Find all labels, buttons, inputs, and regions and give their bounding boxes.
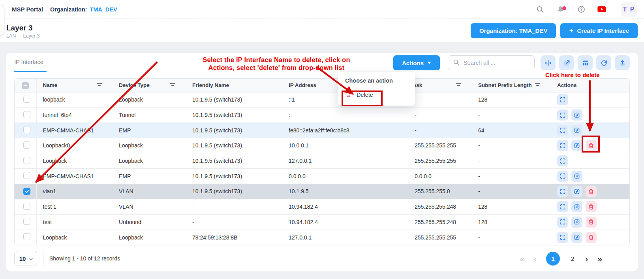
- cell-subnet-prefix-length: 128: [472, 199, 551, 215]
- edit-row-icon-button[interactable]: [571, 186, 582, 197]
- edit-row-icon-button[interactable]: [571, 171, 582, 182]
- search-input-icon: [453, 59, 460, 67]
- edit-row-icon-button[interactable]: [571, 140, 582, 151]
- prev-page-button[interactable]: ‹: [534, 254, 537, 263]
- row-checkbox[interactable]: [23, 203, 30, 210]
- expand-row-icon-button[interactable]: [557, 232, 568, 243]
- search-icon[interactable]: [536, 5, 544, 14]
- cell-name: Loopback: [36, 153, 113, 169]
- cell-device-type: Loopback: [113, 153, 186, 169]
- expand-row-icon-button[interactable]: [557, 94, 568, 105]
- user-avatar[interactable]: T P: [621, 2, 637, 17]
- breadcrumb-layer3: Layer 3: [23, 33, 40, 39]
- cell-subnet-mask: 255.255.255.248: [383, 215, 472, 230]
- cell-subnet-mask: 0.0.0.0: [383, 168, 472, 184]
- expand-row-icon-button[interactable]: [557, 201, 568, 212]
- next-page-button[interactable]: ›: [585, 254, 588, 263]
- cell-device-type: Unbound: [113, 215, 186, 230]
- row-checkbox[interactable]: [23, 96, 30, 103]
- trash-row-icon-button[interactable]: [586, 232, 597, 243]
- org-label: Organization:: [50, 6, 87, 13]
- app-brand: MSP Portal: [12, 6, 43, 13]
- cell-name: EMP-CMMA-CHAS1: [36, 123, 113, 138]
- row-checkbox[interactable]: [23, 111, 30, 118]
- trash-row-icon-button[interactable]: [586, 186, 597, 197]
- column-header-friendly-name: Friendly Name: [186, 79, 282, 92]
- edit-row-icon-button[interactable]: [571, 109, 582, 121]
- youtube-icon[interactable]: [597, 5, 606, 14]
- page-size-select[interactable]: 10: [14, 251, 37, 266]
- table-body: loopbackLoopback10.1.9.5 (switch173)::11…: [15, 92, 629, 245]
- edit-row-icon-button[interactable]: [571, 232, 582, 243]
- table-row: EMP-CMMA-CHAS1EMP10.1.9.5 (switch173)0.0…: [15, 168, 629, 184]
- actions-button[interactable]: Actions: [393, 55, 440, 70]
- cell-friendly-name: 10.1.9.5 (switch173): [186, 92, 282, 107]
- expand-row-icon-button[interactable]: [557, 217, 568, 228]
- cell-subnet-prefix-length: -: [472, 184, 551, 199]
- create-ip-interface-button[interactable]: + Create IP Interface: [560, 23, 638, 38]
- row-checkbox[interactable]: [23, 141, 30, 149]
- breadcrumb-lan[interactable]: LAN: [6, 33, 16, 39]
- cell-name: Loopback0: [36, 138, 113, 153]
- trash-row-icon-button[interactable]: [586, 140, 597, 151]
- cell-name: Loopback: [36, 230, 113, 245]
- tab-ip-interface[interactable]: IP Interface: [14, 59, 43, 65]
- edit-row-icon-button[interactable]: [571, 217, 582, 228]
- sidebar-toggle-handle[interactable]: [0, 5, 4, 36]
- column-label: Device Type: [119, 82, 150, 88]
- row-checkbox[interactable]: [23, 188, 30, 195]
- notifications-bell-icon[interactable]: [556, 5, 565, 14]
- notification-badge: [562, 6, 566, 10]
- first-page-button[interactable]: «: [520, 254, 524, 263]
- column-label: Actions: [557, 82, 577, 88]
- cell-subnet-prefix-length: -: [472, 153, 551, 169]
- filter-icon[interactable]: [456, 82, 462, 89]
- page-1-button[interactable]: 1: [546, 252, 560, 266]
- row-checkbox[interactable]: [23, 218, 30, 225]
- table-search[interactable]: [448, 55, 535, 70]
- organization-button[interactable]: Organization: TMA_DEV: [471, 23, 556, 38]
- expand-row-icon-button[interactable]: [557, 171, 568, 182]
- row-checkbox[interactable]: [23, 172, 30, 179]
- refresh-icon-button[interactable]: [596, 55, 611, 70]
- cell-friendly-name: 10.1.9.5 (switch173): [186, 123, 282, 138]
- trash-row-icon-button[interactable]: [586, 201, 597, 212]
- actions-dropdown-menu: Choose an action Delete: [338, 72, 415, 106]
- cell-device-type: Tunnel: [113, 107, 186, 123]
- help-icon[interactable]: ?: [577, 5, 586, 14]
- cell-device-type: EMP: [113, 123, 186, 138]
- page-2-button[interactable]: 2: [569, 255, 576, 262]
- pagination: « ‹ 1 2 › »: [520, 252, 602, 266]
- ip-interface-card: IP Interface Actions NameDevice TypeFrie…: [6, 53, 638, 271]
- expand-row-icon-button[interactable]: [557, 155, 568, 166]
- row-checkbox[interactable]: [23, 233, 30, 240]
- cell-subnet-prefix-length: 128: [472, 215, 551, 230]
- fit-columns-icon-button[interactable]: [541, 55, 556, 70]
- row-checkbox[interactable]: [23, 157, 30, 164]
- cell-subnet-prefix-length: -: [472, 138, 551, 153]
- columns-icon-button[interactable]: [578, 55, 593, 70]
- expand-row-icon-button[interactable]: [557, 109, 568, 121]
- open-external-icon-button[interactable]: [559, 55, 574, 70]
- search-input[interactable]: [463, 59, 529, 66]
- filter-icon[interactable]: [96, 82, 102, 89]
- dropdown-item-delete[interactable]: Delete: [338, 89, 415, 100]
- filter-icon[interactable]: [535, 82, 541, 89]
- expand-row-icon-button[interactable]: [557, 140, 568, 151]
- edit-row-icon-button[interactable]: [571, 201, 582, 212]
- last-page-button[interactable]: »: [597, 254, 602, 263]
- edit-row-icon-button[interactable]: [571, 125, 582, 136]
- org-value-link[interactable]: TMA_DEV: [90, 6, 117, 13]
- expand-row-icon-button[interactable]: [557, 186, 568, 197]
- cell-subnet-mask: 255.255.255.248: [383, 199, 472, 215]
- expand-row-icon-button[interactable]: [557, 125, 568, 136]
- select-all-checkbox[interactable]: [22, 82, 29, 89]
- row-checkbox[interactable]: [23, 126, 30, 133]
- table-row: LoopbackLoopback10.1.9.5 (switch173)127.…: [15, 153, 629, 169]
- cell-ip-address: 10.1.9.5: [282, 184, 383, 199]
- trash-row-icon-button[interactable]: [586, 217, 597, 228]
- cell-ip-address: 0.0.0.0: [282, 168, 383, 184]
- export-icon-button[interactable]: [615, 55, 630, 70]
- filter-icon[interactable]: [170, 82, 176, 89]
- cell-device-type: VLAN: [113, 199, 186, 215]
